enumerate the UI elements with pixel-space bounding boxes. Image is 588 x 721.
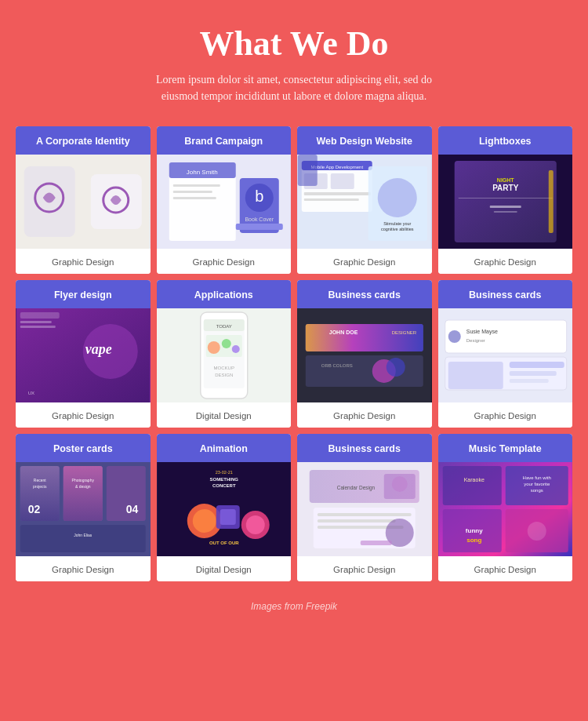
svg-rect-75 (509, 379, 548, 383)
svg-text:SOMETHING: SOMETHING (209, 477, 238, 482)
page-wrapper: What We Do Lorem ipsum dolor sit amet, c… (0, 0, 588, 632)
svg-text:NIGHT: NIGHT (496, 177, 514, 183)
card-image: JOHN DOE DESIGNER ORB COLORS (297, 308, 432, 402)
svg-rect-116 (442, 466, 501, 505)
card-item[interactable]: Poster cards Recent projects 02 (16, 434, 151, 581)
svg-text:Photography: Photography (72, 478, 95, 482)
card-header: Applications (157, 280, 292, 308)
svg-text:JOHN DOE: JOHN DOE (329, 330, 358, 335)
svg-text:TODAY: TODAY (216, 324, 231, 329)
svg-text:b: b (255, 188, 263, 205)
page-subtitle: Lorem ipsum dolor sit amet, consectetur … (145, 71, 443, 104)
svg-text:projects: projects (33, 484, 47, 489)
card-image: Karaoke Have fun with your favorite song… (438, 462, 573, 556)
card-image: TODAY MOCKUP DESIGN (157, 308, 292, 402)
card-header: Business cards (297, 280, 432, 308)
card-item[interactable]: Brand Campaign John Smith b Book Cover G… (157, 126, 292, 274)
card-footer: Graphic Design (438, 249, 573, 274)
card-title: Poster cards (53, 443, 113, 454)
header-section: What We Do Lorem ipsum dolor sit amet, c… (16, 24, 572, 104)
svg-text:Susie Mayse: Susie Mayse (466, 329, 497, 335)
card-title: Flyer design (54, 289, 112, 300)
svg-text:song: song (466, 537, 481, 544)
svg-point-66 (387, 358, 405, 377)
svg-text:23-02-21: 23-02-21 (215, 470, 232, 475)
card-item[interactable]: Flyer design vape UX Graphic Design (16, 280, 151, 428)
card-footer: Graphic Design (438, 402, 573, 428)
svg-rect-73 (509, 362, 564, 368)
svg-point-126 (527, 522, 546, 541)
card-category: Graphic Design (52, 257, 114, 267)
svg-text:OUT OF OUR: OUT OF OUR (209, 541, 238, 545)
card-header: Animation (157, 434, 292, 462)
svg-text:John Smith: John Smith (186, 169, 217, 176)
svg-point-107 (392, 476, 408, 492)
svg-rect-63 (306, 355, 423, 387)
svg-rect-38 (548, 170, 553, 233)
card-item[interactable]: Business cards JOHN DOE DESIGNER ORB COL… (297, 280, 432, 428)
svg-rect-32 (454, 161, 556, 242)
card-item[interactable]: Business cards Susie Mayse Designer Grap… (438, 280, 573, 428)
svg-text:vape: vape (85, 341, 112, 357)
svg-text:Designer: Designer (466, 338, 485, 343)
card-title: A Corporate Identity (36, 136, 130, 147)
card-header: Flyer design (16, 280, 151, 308)
card-footer: Graphic Design (297, 402, 432, 428)
card-category: Graphic Design (333, 565, 395, 574)
card-footer: Graphic Design (16, 249, 151, 274)
card-title: Animation (200, 443, 248, 454)
svg-point-100 (245, 515, 264, 534)
svg-rect-35 (458, 198, 552, 198)
card-category: Graphic Design (474, 411, 536, 421)
svg-text:PARTY: PARTY (492, 184, 518, 192)
card-item[interactable]: A Corporate Identity Graphic Design (16, 126, 151, 274)
card-item[interactable]: Animation 23-02-21 SOMETHING CONCERT OUT… (157, 434, 292, 581)
card-footer: Graphic Design (16, 556, 151, 581)
svg-point-54 (221, 339, 230, 348)
svg-rect-98 (220, 509, 235, 525)
svg-text:Recent: Recent (34, 478, 46, 482)
card-image: Recent projects 02 Photography & design … (16, 462, 151, 556)
card-header: Lightboxes (438, 126, 573, 155)
card-category: Graphic Design (52, 411, 114, 421)
card-footer: Digital Design (157, 556, 292, 581)
card-item[interactable]: Lightboxes NIGHT PARTY Graphic Design (438, 126, 573, 274)
card-item[interactable]: Music Template Karaoke Have fun with you… (438, 434, 573, 581)
svg-point-26 (378, 178, 417, 217)
svg-point-96 (192, 509, 216, 533)
card-footer: Graphic Design (438, 556, 573, 581)
card-title: Business cards (328, 289, 401, 300)
card-image: NIGHT PARTY (438, 155, 573, 249)
svg-text:Have fun with: Have fun with (522, 475, 550, 480)
svg-rect-84 (64, 466, 103, 521)
svg-rect-68 (445, 320, 566, 353)
footer-text: Images from Freepik (251, 601, 337, 612)
card-item[interactable]: Business cards Calendar Design (297, 434, 432, 581)
card-footer: Graphic Design (157, 249, 292, 274)
card-category: Graphic Design (474, 565, 536, 574)
svg-rect-27 (298, 155, 318, 186)
card-header: Poster cards (16, 434, 151, 462)
svg-rect-11 (172, 197, 216, 199)
svg-rect-45 (20, 326, 56, 328)
card-category: Digital Design (196, 411, 252, 421)
svg-rect-44 (20, 321, 52, 323)
svg-rect-113 (361, 541, 392, 545)
svg-text:04: 04 (126, 503, 139, 515)
card-category: Graphic Design (333, 411, 395, 421)
svg-text:cognitive abilities: cognitive abilities (381, 227, 414, 231)
card-footer: Graphic Design (297, 249, 432, 274)
svg-rect-89 (20, 525, 146, 552)
card-title: Business cards (469, 289, 541, 300)
card-category: Graphic Design (333, 257, 395, 267)
card-item[interactable]: Applications TODAY MOCKUP DESIGN Digital… (157, 280, 292, 428)
svg-text:& design: & design (75, 484, 91, 489)
card-header: Web Design Website (297, 126, 432, 155)
card-image (16, 155, 151, 249)
svg-text:Karaoke: Karaoke (463, 477, 484, 482)
card-title: Brand Campaign (184, 136, 263, 147)
svg-text:02: 02 (28, 503, 41, 515)
svg-text:ORB COLORS: ORB COLORS (321, 363, 353, 368)
svg-rect-36 (489, 206, 521, 208)
card-item[interactable]: Web Design Website Mobile App Developmen… (297, 126, 432, 274)
